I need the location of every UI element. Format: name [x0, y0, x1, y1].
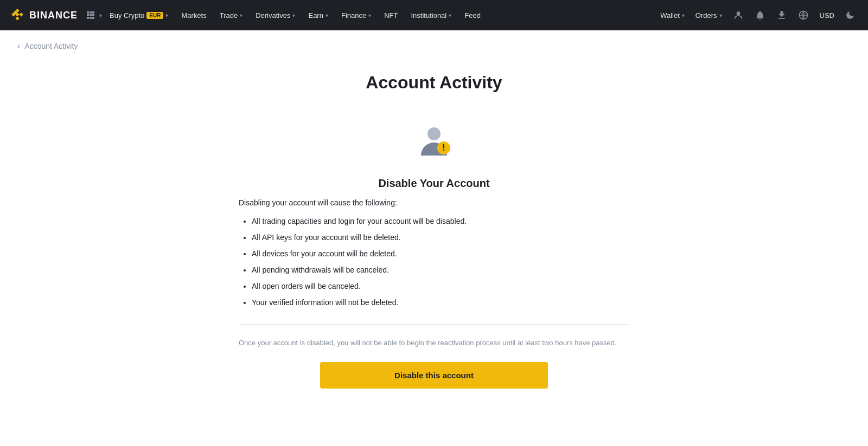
warning-item-1: All trading capacities and login for you…	[252, 214, 629, 229]
globe-icon-button[interactable]	[794, 5, 813, 25]
institutional-chevron: ▾	[449, 12, 451, 18]
warning-intro-text: Disabling your account will cause the fo…	[239, 198, 629, 207]
warning-item-6: Your verified information will not be de…	[252, 295, 629, 310]
nav-feed[interactable]: Feed	[459, 0, 486, 30]
theme-toggle-button[interactable]	[841, 6, 859, 24]
grid-menu-button[interactable]	[84, 9, 97, 22]
nav-trade[interactable]: Trade ▾	[214, 0, 248, 30]
svg-rect-8	[92, 17, 94, 19]
notifications-icon-button[interactable]	[750, 5, 770, 25]
derivatives-chevron: ▾	[292, 12, 295, 18]
logo-text: BINANCE	[29, 10, 78, 21]
download-icon-button[interactable]	[772, 5, 792, 25]
breadcrumb-bar: ‹ Account Activity	[0, 30, 868, 62]
svg-rect-2	[92, 11, 94, 14]
disable-account-button[interactable]: Disable this account	[320, 362, 548, 389]
svg-rect-6	[87, 17, 89, 19]
warning-item-4: All pending withdrawals will be canceled…	[252, 262, 629, 277]
nav-nft[interactable]: NFT	[379, 0, 403, 30]
page-wrapper: ‹ Account Activity Account Activity ! Di…	[0, 30, 868, 446]
eur-badge: EUR	[146, 12, 163, 19]
svg-rect-3	[87, 14, 89, 16]
svg-rect-0	[87, 11, 89, 14]
logo[interactable]: BINANCE	[9, 7, 78, 24]
orders-chevron: ▾	[719, 12, 722, 18]
finance-chevron: ▾	[368, 12, 371, 18]
nav-wallet[interactable]: Wallet ▾	[656, 0, 689, 30]
svg-rect-1	[90, 11, 92, 14]
buy-crypto-chevron: ▾	[165, 12, 168, 18]
section-divider	[239, 324, 629, 325]
warning-item-3: All devices for your account will be del…	[252, 246, 629, 261]
nav-markets[interactable]: Markets	[176, 0, 212, 30]
reactivation-note: Once your account is disabled, you will …	[239, 338, 629, 349]
page-content: Account Activity ! Disable Your Account …	[228, 62, 640, 421]
wallet-chevron: ▾	[682, 12, 685, 18]
back-button[interactable]: ‹	[17, 41, 20, 51]
svg-rect-4	[90, 14, 92, 16]
nav-orders[interactable]: Orders ▾	[691, 0, 726, 30]
trade-chevron: ▾	[240, 12, 242, 18]
warning-item-2: All API keys for your account will be de…	[252, 230, 629, 245]
warning-item-5: All open orders will be canceled.	[252, 279, 629, 294]
svg-rect-5	[92, 14, 94, 16]
svg-point-9	[736, 11, 740, 15]
nav-earn[interactable]: Earn ▾	[303, 0, 333, 30]
navigation: BINANCE ▾ Buy Crypto EUR ▾ Markets Trade…	[0, 0, 868, 30]
nav-right: Wallet ▾ Orders ▾	[656, 0, 859, 30]
nav-institutional[interactable]: Institutional ▾	[405, 0, 457, 30]
page-title: Account Activity	[366, 73, 502, 93]
nav-finance[interactable]: Finance ▾	[336, 0, 376, 30]
profile-icon-button[interactable]	[729, 5, 748, 25]
nav-derivatives[interactable]: Derivatives ▾	[250, 0, 301, 30]
earn-chevron: ▾	[326, 12, 328, 18]
svg-rect-7	[90, 17, 92, 19]
currency-selector[interactable]: USD	[815, 0, 839, 30]
grid-chevron: ▾	[99, 12, 102, 18]
svg-text:!: !	[442, 143, 445, 152]
warning-list: All trading capacities and login for you…	[239, 214, 629, 311]
svg-point-11	[427, 127, 441, 140]
nav-buy-crypto[interactable]: Buy Crypto EUR ▾	[104, 0, 174, 30]
disable-heading: Disable Your Account	[378, 177, 489, 190]
disable-account-icon: !	[412, 119, 456, 162]
breadcrumb: Account Activity	[24, 42, 78, 50]
